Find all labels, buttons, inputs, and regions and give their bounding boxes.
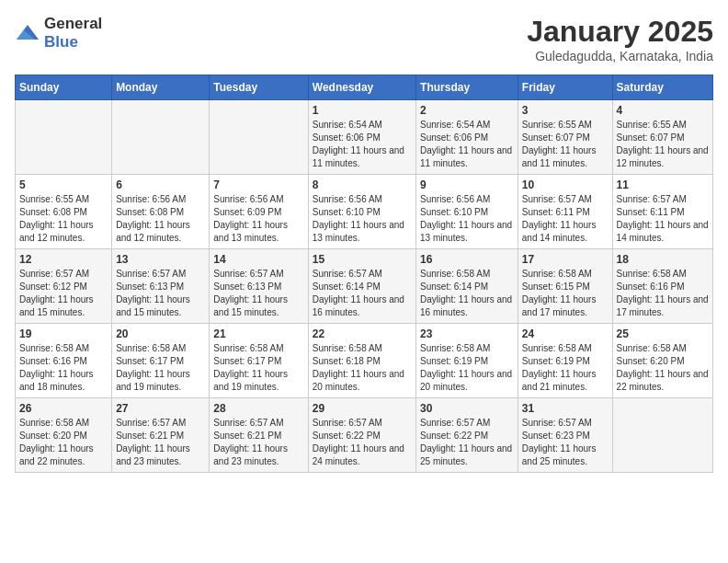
calendar-title: January 2025	[527, 15, 713, 49]
calendar-header: SundayMondayTuesdayWednesdayThursdayFrid…	[16, 75, 713, 100]
calendar-cell: 10Sunrise: 6:57 AM Sunset: 6:11 PM Dayli…	[518, 175, 612, 249]
day-info: Sunrise: 6:56 AM Sunset: 6:10 PM Dayligh…	[313, 193, 412, 245]
title-block: January 2025 Guledagudda, Karnataka, Ind…	[527, 15, 713, 63]
day-info: Sunrise: 6:58 AM Sunset: 6:17 PM Dayligh…	[213, 342, 303, 394]
day-number: 6	[116, 178, 205, 191]
day-info: Sunrise: 6:54 AM Sunset: 6:06 PM Dayligh…	[420, 119, 514, 170]
day-number: 4	[617, 104, 709, 117]
calendar-cell: 14Sunrise: 6:57 AM Sunset: 6:13 PM Dayli…	[210, 249, 308, 324]
logo-icon	[15, 23, 40, 43]
weekday-header-thursday: Thursday	[416, 75, 518, 100]
day-info: Sunrise: 6:57 AM Sunset: 6:14 PM Dayligh…	[313, 268, 412, 319]
day-info: Sunrise: 6:57 AM Sunset: 6:22 PM Dayligh…	[420, 417, 514, 468]
calendar-table: SundayMondayTuesdayWednesdayThursdayFrid…	[15, 75, 713, 473]
day-info: Sunrise: 6:58 AM Sunset: 6:18 PM Dayligh…	[313, 342, 412, 394]
day-info: Sunrise: 6:58 AM Sunset: 6:16 PM Dayligh…	[19, 342, 108, 394]
day-info: Sunrise: 6:54 AM Sunset: 6:06 PM Dayligh…	[313, 119, 412, 170]
calendar-cell: 16Sunrise: 6:58 AM Sunset: 6:14 PM Dayli…	[416, 249, 518, 324]
calendar-cell: 29Sunrise: 6:57 AM Sunset: 6:22 PM Dayli…	[308, 398, 415, 473]
day-number: 1	[313, 104, 412, 117]
calendar-cell: 31Sunrise: 6:57 AM Sunset: 6:23 PM Dayli…	[518, 398, 612, 473]
weekday-header-sunday: Sunday	[16, 75, 112, 100]
day-info: Sunrise: 6:57 AM Sunset: 6:11 PM Dayligh…	[617, 193, 709, 245]
day-info: Sunrise: 6:58 AM Sunset: 6:20 PM Dayligh…	[617, 342, 709, 394]
day-info: Sunrise: 6:57 AM Sunset: 6:12 PM Dayligh…	[19, 268, 108, 319]
day-number: 27	[116, 402, 205, 415]
weekday-header-row: SundayMondayTuesdayWednesdayThursdayFrid…	[16, 75, 713, 100]
day-number: 23	[420, 327, 514, 340]
day-number: 30	[420, 402, 514, 415]
day-info: Sunrise: 6:56 AM Sunset: 6:09 PM Dayligh…	[213, 193, 303, 245]
calendar-cell: 7Sunrise: 6:56 AM Sunset: 6:09 PM Daylig…	[210, 175, 308, 249]
day-info: Sunrise: 6:55 AM Sunset: 6:07 PM Dayligh…	[522, 119, 609, 170]
day-number: 11	[617, 178, 709, 191]
day-number: 26	[19, 402, 108, 415]
day-number: 9	[420, 178, 514, 191]
day-number: 7	[213, 178, 303, 191]
calendar-cell: 23Sunrise: 6:58 AM Sunset: 6:19 PM Dayli…	[416, 324, 518, 398]
calendar-cell: 9Sunrise: 6:56 AM Sunset: 6:10 PM Daylig…	[416, 175, 518, 249]
calendar-cell: 4Sunrise: 6:55 AM Sunset: 6:07 PM Daylig…	[612, 100, 712, 175]
day-info: Sunrise: 6:57 AM Sunset: 6:13 PM Dayligh…	[116, 268, 205, 319]
day-number: 21	[213, 327, 303, 340]
day-info: Sunrise: 6:58 AM Sunset: 6:20 PM Dayligh…	[19, 417, 108, 468]
calendar-cell: 8Sunrise: 6:56 AM Sunset: 6:10 PM Daylig…	[308, 175, 415, 249]
day-number: 12	[19, 253, 108, 266]
calendar-cell	[16, 100, 112, 175]
day-info: Sunrise: 6:57 AM Sunset: 6:22 PM Dayligh…	[313, 417, 412, 468]
day-number: 20	[116, 327, 205, 340]
calendar-cell: 5Sunrise: 6:55 AM Sunset: 6:08 PM Daylig…	[16, 175, 112, 249]
calendar-cell: 27Sunrise: 6:57 AM Sunset: 6:21 PM Dayli…	[112, 398, 210, 473]
logo: General Blue	[15, 15, 102, 52]
calendar-cell	[210, 100, 308, 175]
calendar-cell: 25Sunrise: 6:58 AM Sunset: 6:20 PM Dayli…	[612, 324, 712, 398]
calendar-cell: 28Sunrise: 6:57 AM Sunset: 6:21 PM Dayli…	[210, 398, 308, 473]
day-number: 29	[313, 402, 412, 415]
calendar-cell: 30Sunrise: 6:57 AM Sunset: 6:22 PM Dayli…	[416, 398, 518, 473]
day-number: 15	[313, 253, 412, 266]
calendar-cell: 15Sunrise: 6:57 AM Sunset: 6:14 PM Dayli…	[308, 249, 415, 324]
calendar-week-row: 5Sunrise: 6:55 AM Sunset: 6:08 PM Daylig…	[16, 175, 713, 249]
day-info: Sunrise: 6:58 AM Sunset: 6:16 PM Dayligh…	[617, 268, 709, 319]
calendar-cell: 21Sunrise: 6:58 AM Sunset: 6:17 PM Dayli…	[210, 324, 308, 398]
calendar-cell: 1Sunrise: 6:54 AM Sunset: 6:06 PM Daylig…	[308, 100, 415, 175]
calendar-cell: 22Sunrise: 6:58 AM Sunset: 6:18 PM Dayli…	[308, 324, 415, 398]
calendar-week-row: 26Sunrise: 6:58 AM Sunset: 6:20 PM Dayli…	[16, 398, 713, 473]
day-number: 19	[19, 327, 108, 340]
day-number: 17	[522, 253, 609, 266]
day-number: 25	[617, 327, 709, 340]
day-info: Sunrise: 6:57 AM Sunset: 6:21 PM Dayligh…	[213, 417, 303, 468]
day-number: 14	[213, 253, 303, 266]
day-number: 31	[522, 402, 609, 415]
day-info: Sunrise: 6:58 AM Sunset: 6:19 PM Dayligh…	[522, 342, 609, 394]
page-header: General Blue January 2025 Guledagudda, K…	[15, 15, 713, 63]
day-info: Sunrise: 6:55 AM Sunset: 6:07 PM Dayligh…	[617, 119, 709, 170]
calendar-cell: 2Sunrise: 6:54 AM Sunset: 6:06 PM Daylig…	[416, 100, 518, 175]
weekday-header-friday: Friday	[518, 75, 612, 100]
weekday-header-monday: Monday	[112, 75, 210, 100]
day-info: Sunrise: 6:57 AM Sunset: 6:11 PM Dayligh…	[522, 193, 609, 245]
day-number: 5	[19, 178, 108, 191]
calendar-week-row: 19Sunrise: 6:58 AM Sunset: 6:16 PM Dayli…	[16, 324, 713, 398]
day-info: Sunrise: 6:58 AM Sunset: 6:19 PM Dayligh…	[420, 342, 514, 394]
weekday-header-tuesday: Tuesday	[210, 75, 308, 100]
day-number: 3	[522, 104, 609, 117]
day-info: Sunrise: 6:57 AM Sunset: 6:23 PM Dayligh…	[522, 417, 609, 468]
calendar-cell: 17Sunrise: 6:58 AM Sunset: 6:15 PM Dayli…	[518, 249, 612, 324]
calendar-cell: 24Sunrise: 6:58 AM Sunset: 6:19 PM Dayli…	[518, 324, 612, 398]
calendar-cell: 18Sunrise: 6:58 AM Sunset: 6:16 PM Dayli…	[612, 249, 712, 324]
day-info: Sunrise: 6:55 AM Sunset: 6:08 PM Dayligh…	[19, 193, 108, 245]
day-number: 8	[313, 178, 412, 191]
day-number: 22	[313, 327, 412, 340]
calendar-subtitle: Guledagudda, Karnataka, India	[527, 49, 713, 63]
calendar-cell: 12Sunrise: 6:57 AM Sunset: 6:12 PM Dayli…	[16, 249, 112, 324]
calendar-cell: 20Sunrise: 6:58 AM Sunset: 6:17 PM Dayli…	[112, 324, 210, 398]
calendar-week-row: 1Sunrise: 6:54 AM Sunset: 6:06 PM Daylig…	[16, 100, 713, 175]
calendar-cell: 19Sunrise: 6:58 AM Sunset: 6:16 PM Dayli…	[16, 324, 112, 398]
day-number: 16	[420, 253, 514, 266]
day-number: 10	[522, 178, 609, 191]
logo-blue: Blue	[44, 33, 78, 51]
calendar-cell	[612, 398, 712, 473]
weekday-header-saturday: Saturday	[612, 75, 712, 100]
day-info: Sunrise: 6:57 AM Sunset: 6:21 PM Dayligh…	[116, 417, 205, 468]
